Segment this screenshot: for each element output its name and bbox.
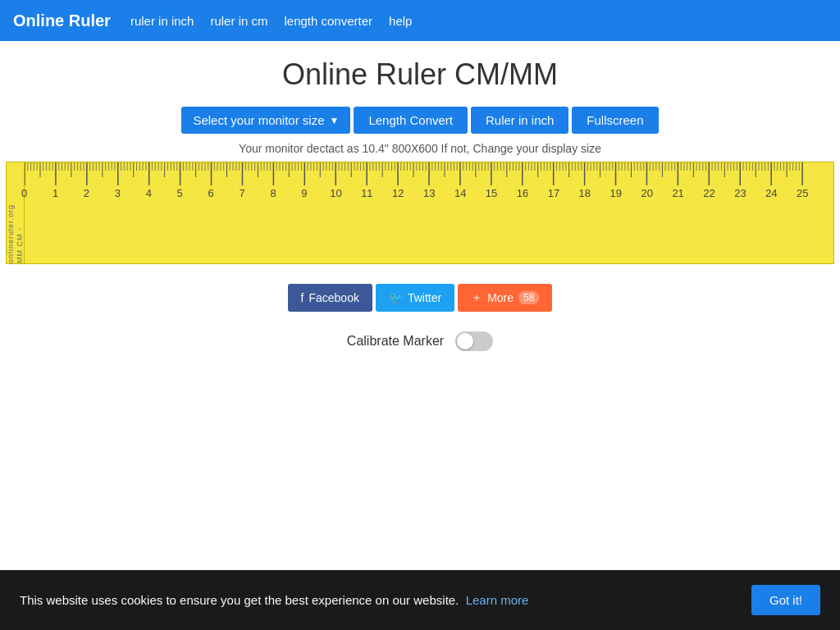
nav-length-converter[interactable]: length converter [284, 14, 372, 28]
ruler-number-24: 24 [765, 187, 777, 199]
ruler-number-2: 2 [84, 187, 89, 199]
facebook-label: Facebook [308, 291, 358, 304]
page-title: Online Ruler CM/MM [282, 57, 558, 92]
nav-help[interactable]: help [389, 14, 412, 28]
chevron-down-icon: ▼ [330, 115, 340, 126]
ruler-number-12: 12 [392, 187, 404, 199]
ruler-number-15: 15 [486, 187, 497, 199]
ruler-number-4: 4 [146, 187, 152, 199]
plus-icon: ＋ [471, 290, 482, 305]
ruler-number-18: 18 [579, 187, 591, 199]
twitter-icon: 🐦 [389, 291, 403, 304]
more-count-badge: 58 [518, 291, 539, 304]
fullscreen-button[interactable]: Fullscreen [572, 107, 658, 134]
ruler-main: 0123456789101112131415161718192021222324… [25, 162, 833, 263]
monitor-info: Your monitor dectact as 10.4" 800X600 If… [239, 142, 601, 155]
toggle-knob [457, 333, 473, 349]
calibrate-label: Calibrate Marker [347, 334, 444, 349]
more-button[interactable]: ＋ More 58 [458, 284, 552, 312]
ruler-number-21: 21 [672, 187, 683, 199]
ruler-sidebar-text: MM CM - onlineruler.org [7, 169, 25, 263]
calibrate-toggle[interactable] [455, 331, 493, 351]
social-bar: f Facebook 🐦 Twitter ＋ More 58 [288, 284, 553, 312]
calibrate-row: Calibrate Marker [347, 331, 493, 351]
nav-ruler-inch[interactable]: ruler in inch [130, 14, 194, 28]
ruler-number-19: 19 [610, 187, 622, 199]
ruler-number-14: 14 [454, 187, 466, 199]
ruler-number-25: 25 [797, 187, 808, 199]
brand-link[interactable]: Online Ruler [13, 11, 111, 30]
ruler-number-23: 23 [734, 187, 746, 199]
ruler-number-6: 6 [208, 187, 214, 199]
length-convert-button[interactable]: Length Convert [354, 107, 468, 134]
ruler-number-22: 22 [703, 187, 714, 199]
twitter-label: Twitter [408, 291, 441, 304]
ruler-number-10: 10 [330, 187, 341, 199]
more-label: More [487, 291, 514, 304]
facebook-button[interactable]: f Facebook [288, 284, 372, 312]
ruler: MM CM - onlineruler.org 0123456789101112… [6, 162, 834, 264]
ruler-number-9: 9 [301, 187, 307, 199]
ruler-sidebar: MM CM - onlineruler.org [7, 162, 25, 263]
ruler-in-inch-button[interactable]: Ruler in inch [471, 107, 568, 134]
facebook-icon: f [301, 291, 304, 304]
nav-ruler-cm[interactable]: ruler in cm [210, 14, 267, 28]
navbar: Online Ruler ruler in inch ruler in cm l… [0, 0, 840, 41]
button-bar: Select your monitor size ▼ Length Conver… [181, 107, 658, 134]
ruler-number-5: 5 [177, 187, 183, 199]
select-monitor-button[interactable]: Select your monitor size ▼ [181, 107, 350, 134]
ruler-number-13: 13 [423, 187, 435, 199]
ruler-number-8: 8 [270, 187, 276, 199]
main-content: Online Ruler CM/MM Select your monitor s… [0, 41, 840, 351]
ruler-number-11: 11 [361, 187, 372, 199]
ruler-number-16: 16 [517, 187, 528, 199]
ruler-number-7: 7 [239, 187, 244, 199]
ruler-number-0: 0 [21, 187, 27, 199]
ruler-number-17: 17 [548, 187, 559, 199]
ruler-number-3: 3 [115, 187, 121, 199]
ruler-number-1: 1 [52, 187, 58, 199]
twitter-button[interactable]: 🐦 Twitter [376, 284, 454, 312]
ruler-number-20: 20 [641, 187, 652, 199]
